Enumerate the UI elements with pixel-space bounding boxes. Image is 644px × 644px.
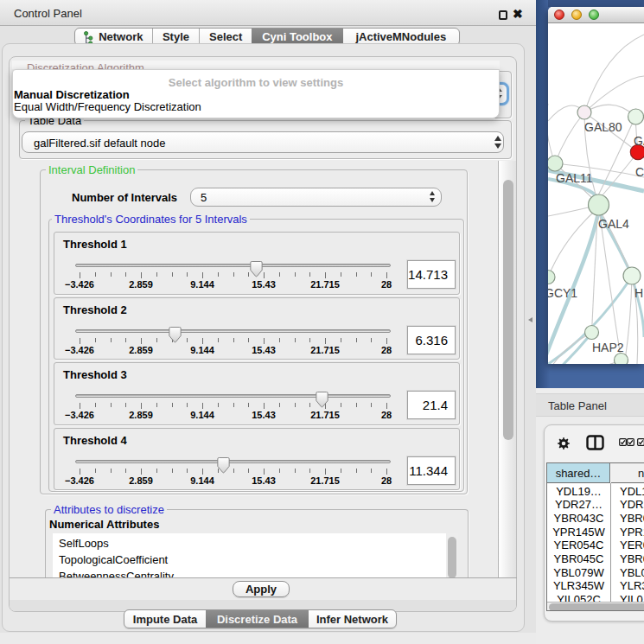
svg-text:GAL80: GAL80 [584,120,622,134]
svg-text:H: H [634,286,643,300]
svg-text:GCY1: GCY1 [548,286,577,300]
svg-text:C: C [635,165,644,179]
svg-text:HAP2: HAP2 [592,341,624,354]
svg-text:GAL4: GAL4 [598,217,629,231]
svg-text:GAL11: GAL11 [556,171,593,185]
svg-text:GA: GA [634,134,644,148]
